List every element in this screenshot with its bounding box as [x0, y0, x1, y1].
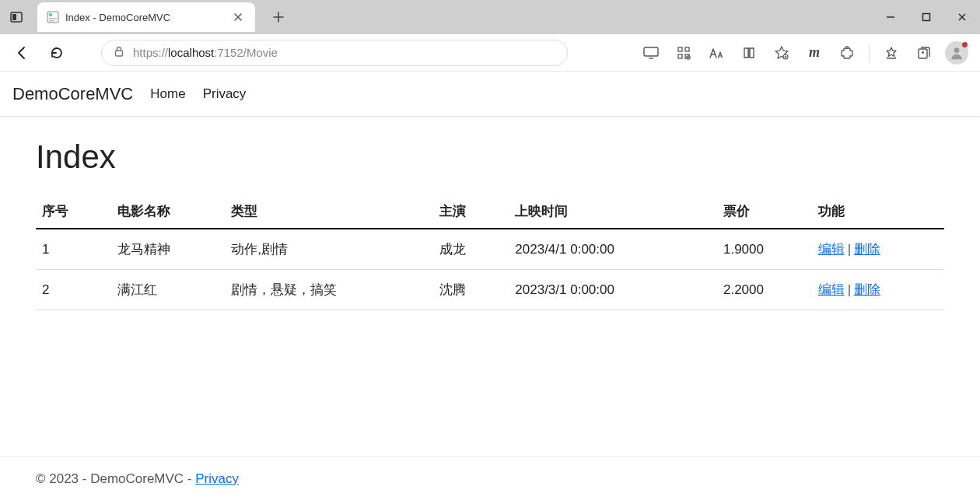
lock-icon	[113, 45, 125, 60]
window-close-button[interactable]	[944, 5, 980, 30]
cell-name: 满江红	[111, 270, 225, 310]
browser-toolbar: https://localhost:7152/Movie m	[0, 34, 980, 72]
cell-actor: 成龙	[433, 229, 509, 270]
tab-actions-icon[interactable]	[6, 7, 26, 27]
back-button[interactable]	[9, 40, 36, 66]
svg-rect-6	[923, 14, 930, 21]
refresh-button[interactable]	[44, 40, 70, 66]
th-price: 票价	[717, 194, 812, 229]
cell-type: 动作,剧情	[225, 229, 433, 270]
cell-price: 1.9000	[717, 229, 812, 270]
nav-privacy-link[interactable]: Privacy	[203, 86, 247, 102]
grid-icon[interactable]	[670, 39, 698, 67]
cell-date: 2023/4/1 0:00:00	[509, 229, 717, 270]
site-navbar: DemoCoreMVC Home Privacy	[0, 72, 980, 117]
svg-rect-5	[49, 20, 54, 22]
browser-titlebar: Index - DemoCoreMVC	[0, 0, 980, 34]
th-date: 上映时间	[509, 194, 717, 229]
cell-date: 2023/3/1 0:00:00	[509, 270, 717, 310]
cell-actions: 编辑|删除	[812, 270, 944, 310]
nav-home-link[interactable]: Home	[150, 86, 185, 102]
th-name: 电影名称	[111, 194, 225, 229]
text-size-icon[interactable]	[702, 39, 730, 67]
th-actions: 功能	[812, 194, 944, 229]
svg-rect-4	[49, 18, 57, 19]
tab-close-icon[interactable]	[230, 9, 246, 25]
extensions-icon[interactable]	[833, 39, 861, 67]
new-tab-button[interactable]	[264, 3, 292, 31]
url-text: https://localhost:7152/Movie	[133, 46, 556, 59]
url-protocol: https://	[133, 46, 168, 59]
reader-view-icon[interactable]	[735, 39, 763, 67]
svg-point-17	[954, 47, 960, 53]
brand-link[interactable]: DemoCoreMVC	[12, 84, 133, 104]
svg-rect-9	[678, 47, 682, 51]
svg-rect-11	[678, 54, 682, 58]
movie-table: 序号 电影名称 类型 主演 上映时间 票价 功能 1龙马精神动作,剧情成龙202…	[36, 194, 944, 310]
action-separator: |	[845, 282, 854, 297]
svg-rect-7	[116, 51, 123, 56]
profile-avatar[interactable]	[943, 39, 971, 67]
cell-id: 2	[36, 270, 111, 310]
toolbar-icons: m	[637, 39, 971, 67]
tab-title: Index - DemoCoreMVC	[65, 12, 224, 23]
main-content: Index 序号 电影名称 类型 主演 上映时间 票价 功能 1龙马精神动作,剧…	[0, 117, 980, 457]
delete-link[interactable]: 删除	[854, 282, 880, 297]
url-host: localhost	[168, 46, 214, 59]
toolbar-divider	[869, 44, 870, 61]
favorite-star-icon[interactable]	[768, 39, 796, 67]
maximize-button[interactable]	[908, 5, 944, 30]
favorites-bar-icon[interactable]	[877, 39, 905, 67]
svg-rect-8	[644, 47, 658, 56]
th-actor: 主演	[433, 194, 509, 229]
edit-link[interactable]: 编辑	[818, 282, 845, 297]
svg-rect-3	[49, 13, 52, 16]
collections-icon[interactable]	[910, 39, 938, 67]
footer-text: © 2023 - DemoCoreMVC -	[36, 471, 195, 486]
window-controls	[873, 0, 980, 34]
th-id: 序号	[36, 194, 111, 229]
svg-rect-1	[12, 14, 16, 20]
cell-type: 剧情，悬疑，搞笑	[225, 270, 433, 310]
url-path: :7152/Movie	[214, 46, 278, 59]
desktop-view-icon[interactable]	[637, 39, 665, 67]
footer-privacy-link[interactable]: Privacy	[195, 471, 239, 486]
th-type: 类型	[225, 194, 433, 229]
table-row: 2满江红剧情，悬疑，搞笑沈腾2023/3/1 0:00:002.2000编辑|删…	[36, 270, 944, 310]
browser-tab[interactable]: Index - DemoCoreMVC	[37, 2, 255, 32]
delete-link[interactable]: 删除	[854, 242, 880, 257]
address-bar[interactable]: https://localhost:7152/Movie	[101, 40, 568, 66]
minimize-button[interactable]	[873, 5, 908, 30]
favicon-icon	[47, 11, 59, 23]
cell-actor: 沈腾	[433, 270, 509, 310]
action-separator: |	[845, 242, 854, 257]
table-header-row: 序号 电影名称 类型 主演 上映时间 票价 功能	[36, 194, 944, 229]
page: DemoCoreMVC Home Privacy Index 序号 电影名称 类…	[0, 72, 980, 504]
svg-rect-10	[685, 47, 689, 51]
svg-point-15	[846, 46, 849, 48]
page-footer: © 2023 - DemoCoreMVC - Privacy	[0, 457, 980, 504]
titlebar-left: Index - DemoCoreMVC	[0, 0, 299, 34]
cell-name: 龙马精神	[111, 229, 225, 270]
cell-actions: 编辑|删除	[812, 229, 944, 270]
cell-id: 1	[36, 229, 111, 270]
table-row: 1龙马精神动作,剧情成龙2023/4/1 0:00:001.9000编辑|删除	[36, 229, 944, 270]
page-title: Index	[36, 138, 944, 176]
edit-link[interactable]: 编辑	[818, 242, 845, 257]
cell-price: 2.2000	[717, 270, 812, 310]
m-extension-icon[interactable]: m	[800, 39, 828, 67]
